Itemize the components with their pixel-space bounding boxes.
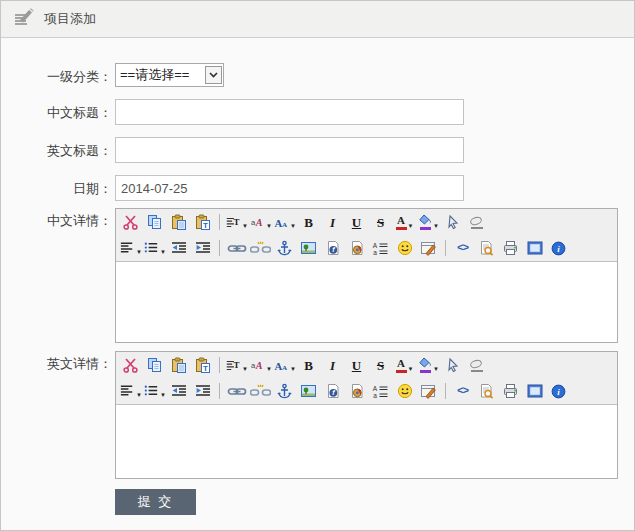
font-size-icon[interactable]: AA▼ [273, 355, 296, 376]
category-row: 一级分类： ==请选择== [15, 63, 634, 87]
definition-list-icon[interactable]: Aa [369, 381, 392, 402]
text-color-icon[interactable]: A▼ [393, 355, 416, 376]
category-select[interactable]: ==请选择== [115, 63, 224, 87]
svg-text:A: A [282, 220, 288, 228]
fit-window-icon[interactable] [523, 238, 546, 259]
page-header: 项目添加 [1, 1, 634, 38]
edit-panel-icon[interactable] [417, 381, 440, 402]
toolbar-separator [219, 240, 220, 256]
english-title-input[interactable] [115, 137, 464, 163]
remove-format-icon[interactable] [465, 355, 488, 376]
english-detail-content-area[interactable] [116, 404, 617, 478]
strikethrough-icon[interactable]: S [369, 212, 392, 233]
about-icon[interactable]: i [547, 238, 570, 259]
toolbar-separator [445, 383, 446, 399]
indent-icon[interactable] [191, 238, 214, 259]
image-icon[interactable] [297, 238, 320, 259]
paste-text-icon[interactable]: T [191, 355, 214, 376]
copy-icon[interactable] [143, 355, 166, 376]
font-name-icon[interactable]: aA▼ [249, 212, 272, 233]
print-icon[interactable] [499, 238, 522, 259]
indent-icon[interactable] [191, 381, 214, 402]
svg-text:a: a [373, 248, 377, 255]
cut-icon[interactable] [119, 355, 142, 376]
paragraph-format-icon[interactable]: T▼ [225, 355, 248, 376]
list-icon[interactable]: ▼ [143, 238, 166, 259]
unlink-icon[interactable] [249, 381, 272, 402]
outdent-icon[interactable] [167, 238, 190, 259]
page: 项目添加 一级分类： ==请选择== 中文标题： 英文标题： [0, 0, 635, 531]
project-add-form: 一级分类： ==请选择== 中文标题： 英文标题： [1, 38, 634, 515]
bold-icon[interactable]: B [297, 355, 320, 376]
chevron-down-icon[interactable] [205, 66, 222, 84]
copy-icon[interactable] [143, 212, 166, 233]
paste-icon[interactable] [167, 355, 190, 376]
italic-icon[interactable]: I [321, 355, 344, 376]
submit-button[interactable]: 提 交 [115, 489, 196, 515]
about-icon[interactable]: i [547, 381, 570, 402]
paragraph-format-icon[interactable]: T▼ [225, 212, 248, 233]
text-color-icon[interactable]: A▼ [393, 212, 416, 233]
smiley-icon[interactable] [393, 238, 416, 259]
image-icon[interactable] [297, 381, 320, 402]
date-input[interactable] [115, 175, 464, 201]
svg-text:T: T [203, 220, 208, 229]
italic-icon[interactable]: I [321, 212, 344, 233]
smiley-icon[interactable] [393, 381, 416, 402]
unlink-icon[interactable] [249, 238, 272, 259]
fit-window-icon[interactable] [523, 381, 546, 402]
flash-icon[interactable]: f [321, 381, 344, 402]
underline-icon[interactable]: U [345, 212, 368, 233]
preview-icon[interactable] [475, 381, 498, 402]
svg-text:T: T [234, 359, 240, 369]
link-icon[interactable] [225, 381, 248, 402]
svg-text:A: A [282, 363, 288, 371]
link-icon[interactable] [225, 238, 248, 259]
font-name-icon[interactable]: aA▼ [249, 355, 272, 376]
select-pointer-icon[interactable] [441, 355, 464, 376]
chinese-title-row: 中文标题： [15, 99, 634, 125]
english-detail-label: 英文详情： [15, 351, 112, 479]
source-icon[interactable]: <> [451, 238, 474, 259]
definition-list-icon[interactable]: Aa [369, 238, 392, 259]
svg-text:T: T [234, 216, 240, 226]
paste-icon[interactable] [167, 212, 190, 233]
media-icon[interactable] [345, 238, 368, 259]
anchor-icon[interactable] [273, 381, 296, 402]
english-detail-editor: TT▼aA▼AA▼BIUSA▼▼ ▼▼fAa<>i [115, 351, 618, 479]
source-icon[interactable]: <> [451, 381, 474, 402]
list-icon[interactable]: ▼ [143, 381, 166, 402]
print-icon[interactable] [499, 381, 522, 402]
category-select-value: ==请选择== [116, 66, 189, 84]
font-size-icon[interactable]: AA▼ [273, 212, 296, 233]
svg-text:A: A [255, 360, 263, 371]
underline-icon[interactable]: U [345, 355, 368, 376]
chinese-detail-content-area[interactable] [116, 261, 617, 342]
anchor-icon[interactable] [273, 238, 296, 259]
bold-icon[interactable]: B [297, 212, 320, 233]
edit-panel-icon[interactable] [417, 238, 440, 259]
chinese-detail-editor: TT▼aA▼AA▼BIUSA▼▼ ▼▼fAa<>i [115, 208, 618, 343]
justify-icon[interactable]: ▼ [119, 238, 142, 259]
media-icon[interactable] [345, 381, 368, 402]
outdent-icon[interactable] [167, 381, 190, 402]
background-color-icon[interactable]: ▼ [417, 212, 440, 233]
preview-icon[interactable] [475, 238, 498, 259]
paste-text-icon[interactable]: T [191, 212, 214, 233]
select-pointer-icon[interactable] [441, 212, 464, 233]
strikethrough-icon[interactable]: S [369, 355, 392, 376]
background-color-icon[interactable]: ▼ [417, 355, 440, 376]
justify-icon[interactable]: ▼ [119, 381, 142, 402]
editor-toolbar: TT▼aA▼AA▼BIUSA▼▼ ▼▼fAa<>i [116, 209, 617, 261]
chinese-title-label: 中文标题： [15, 99, 112, 125]
page-title: 项目添加 [44, 10, 96, 28]
chinese-title-input[interactable] [115, 99, 464, 125]
toolbar-separator [219, 214, 220, 230]
remove-format-icon[interactable] [465, 212, 488, 233]
english-detail-row: 英文详情： TT▼aA▼AA▼BIUSA▼▼ ▼▼fAa<>i [15, 351, 634, 479]
svg-text:A: A [372, 241, 377, 248]
editor-toolbar: TT▼aA▼AA▼BIUSA▼▼ ▼▼fAa<>i [116, 352, 617, 404]
flash-icon[interactable]: f [321, 238, 344, 259]
svg-text:T: T [203, 363, 208, 372]
cut-icon[interactable] [119, 212, 142, 233]
